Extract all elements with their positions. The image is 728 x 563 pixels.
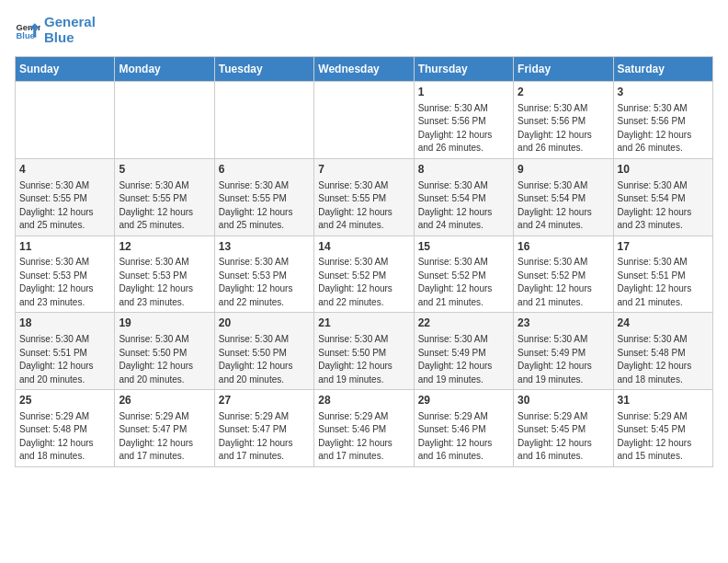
- day-number: 30: [518, 393, 609, 408]
- day-info: Sunrise: 5:29 AM Sunset: 5:48 PM Dayligh…: [19, 410, 110, 464]
- calendar-cell: 4Sunrise: 5:30 AM Sunset: 5:55 PM Daylig…: [16, 158, 115, 236]
- calendar-cell: 12Sunrise: 5:30 AM Sunset: 5:53 PM Dayli…: [115, 236, 214, 313]
- day-number: 19: [119, 316, 210, 331]
- calendar-cell: 14Sunrise: 5:30 AM Sunset: 5:52 PM Dayli…: [314, 236, 414, 313]
- logo-icon: General Blue: [15, 17, 40, 43]
- calendar-week-2: 4Sunrise: 5:30 AM Sunset: 5:55 PM Daylig…: [16, 158, 713, 236]
- day-info: Sunrise: 5:29 AM Sunset: 5:47 PM Dayligh…: [219, 410, 310, 464]
- weekday-header-friday: Friday: [514, 57, 613, 82]
- calendar-cell: 26Sunrise: 5:29 AM Sunset: 5:47 PM Dayli…: [115, 390, 214, 467]
- calendar-cell: 24Sunrise: 5:30 AM Sunset: 5:48 PM Dayli…: [613, 313, 712, 390]
- day-number: 8: [418, 162, 509, 178]
- calendar-cell: 16Sunrise: 5:30 AM Sunset: 5:52 PM Dayli…: [514, 236, 613, 313]
- day-info: Sunrise: 5:30 AM Sunset: 5:49 PM Dayligh…: [418, 333, 509, 386]
- day-info: Sunrise: 5:29 AM Sunset: 5:47 PM Dayligh…: [119, 410, 210, 464]
- weekday-header-tuesday: Tuesday: [214, 57, 313, 82]
- calendar-cell: 6Sunrise: 5:30 AM Sunset: 5:55 PM Daylig…: [214, 158, 313, 236]
- weekday-header-saturday: Saturday: [613, 57, 712, 82]
- day-number: 1: [418, 85, 509, 100]
- day-number: 18: [19, 316, 110, 331]
- calendar-cell: 3Sunrise: 5:30 AM Sunset: 5:56 PM Daylig…: [613, 82, 712, 159]
- day-info: Sunrise: 5:30 AM Sunset: 5:50 PM Dayligh…: [318, 333, 409, 386]
- day-info: Sunrise: 5:30 AM Sunset: 5:54 PM Dayligh…: [418, 179, 509, 233]
- day-info: Sunrise: 5:30 AM Sunset: 5:53 PM Dayligh…: [119, 256, 210, 309]
- day-info: Sunrise: 5:30 AM Sunset: 5:48 PM Dayligh…: [618, 333, 709, 386]
- day-number: 17: [618, 239, 709, 255]
- day-number: 21: [318, 316, 409, 331]
- day-info: Sunrise: 5:30 AM Sunset: 5:50 PM Dayligh…: [119, 333, 210, 386]
- day-info: Sunrise: 5:30 AM Sunset: 5:53 PM Dayligh…: [19, 256, 110, 309]
- day-info: Sunrise: 5:30 AM Sunset: 5:49 PM Dayligh…: [518, 333, 609, 386]
- day-info: Sunrise: 5:30 AM Sunset: 5:56 PM Dayligh…: [518, 102, 609, 155]
- calendar-cell: 13Sunrise: 5:30 AM Sunset: 5:53 PM Dayli…: [214, 236, 313, 313]
- calendar-cell: 15Sunrise: 5:30 AM Sunset: 5:52 PM Dayli…: [414, 236, 513, 313]
- calendar-cell: 18Sunrise: 5:30 AM Sunset: 5:51 PM Dayli…: [16, 313, 115, 390]
- calendar-week-1: 1Sunrise: 5:30 AM Sunset: 5:56 PM Daylig…: [16, 82, 713, 159]
- day-info: Sunrise: 5:30 AM Sunset: 5:55 PM Dayligh…: [19, 179, 110, 233]
- day-number: 9: [518, 162, 609, 178]
- calendar-cell: 19Sunrise: 5:30 AM Sunset: 5:50 PM Dayli…: [115, 313, 214, 390]
- day-info: Sunrise: 5:29 AM Sunset: 5:46 PM Dayligh…: [318, 410, 409, 464]
- calendar-cell: 29Sunrise: 5:29 AM Sunset: 5:46 PM Dayli…: [414, 390, 513, 467]
- calendar-cell: 23Sunrise: 5:30 AM Sunset: 5:49 PM Dayli…: [514, 313, 613, 390]
- day-number: 31: [618, 393, 709, 408]
- day-info: Sunrise: 5:29 AM Sunset: 5:46 PM Dayligh…: [418, 410, 509, 464]
- calendar-cell: [214, 82, 313, 159]
- day-number: 7: [318, 162, 409, 178]
- day-info: Sunrise: 5:30 AM Sunset: 5:51 PM Dayligh…: [618, 256, 709, 309]
- day-info: Sunrise: 5:30 AM Sunset: 5:56 PM Dayligh…: [618, 102, 709, 155]
- calendar-cell: 1Sunrise: 5:30 AM Sunset: 5:56 PM Daylig…: [414, 82, 513, 159]
- calendar-week-4: 18Sunrise: 5:30 AM Sunset: 5:51 PM Dayli…: [16, 313, 713, 390]
- calendar-cell: [314, 82, 414, 159]
- calendar-cell: [16, 82, 115, 159]
- day-number: 14: [318, 239, 409, 255]
- day-info: Sunrise: 5:29 AM Sunset: 5:45 PM Dayligh…: [518, 410, 609, 464]
- day-info: Sunrise: 5:30 AM Sunset: 5:54 PM Dayligh…: [518, 179, 609, 233]
- calendar-cell: 9Sunrise: 5:30 AM Sunset: 5:54 PM Daylig…: [514, 158, 613, 236]
- day-number: 11: [19, 239, 110, 255]
- day-number: 27: [219, 393, 310, 408]
- day-number: 15: [418, 239, 509, 255]
- day-number: 10: [618, 162, 709, 178]
- day-number: 28: [318, 393, 409, 408]
- day-info: Sunrise: 5:30 AM Sunset: 5:50 PM Dayligh…: [219, 333, 310, 386]
- calendar-cell: [115, 82, 214, 159]
- day-info: Sunrise: 5:30 AM Sunset: 5:56 PM Dayligh…: [418, 102, 509, 155]
- day-number: 12: [119, 239, 210, 255]
- day-number: 25: [19, 393, 110, 408]
- calendar-cell: 11Sunrise: 5:30 AM Sunset: 5:53 PM Dayli…: [16, 236, 115, 313]
- day-info: Sunrise: 5:30 AM Sunset: 5:51 PM Dayligh…: [19, 333, 110, 386]
- day-number: 13: [219, 239, 310, 255]
- day-number: 26: [119, 393, 210, 408]
- calendar-cell: 8Sunrise: 5:30 AM Sunset: 5:54 PM Daylig…: [414, 158, 513, 236]
- calendar-cell: 30Sunrise: 5:29 AM Sunset: 5:45 PM Dayli…: [514, 390, 613, 467]
- day-info: Sunrise: 5:30 AM Sunset: 5:55 PM Dayligh…: [219, 179, 310, 233]
- day-info: Sunrise: 5:30 AM Sunset: 5:52 PM Dayligh…: [318, 256, 409, 309]
- weekday-header-monday: Monday: [115, 57, 214, 82]
- day-number: 24: [618, 316, 709, 331]
- day-number: 20: [219, 316, 310, 331]
- calendar-cell: 25Sunrise: 5:29 AM Sunset: 5:48 PM Dayli…: [16, 390, 115, 467]
- day-info: Sunrise: 5:30 AM Sunset: 5:52 PM Dayligh…: [518, 256, 609, 309]
- weekday-header-wednesday: Wednesday: [314, 57, 414, 82]
- svg-text:Blue: Blue: [17, 31, 35, 40]
- calendar-cell: 31Sunrise: 5:29 AM Sunset: 5:45 PM Dayli…: [613, 390, 712, 467]
- day-info: Sunrise: 5:30 AM Sunset: 5:55 PM Dayligh…: [119, 179, 210, 233]
- logo: General Blue General Blue: [15, 15, 96, 45]
- calendar-cell: 10Sunrise: 5:30 AM Sunset: 5:54 PM Dayli…: [613, 158, 712, 236]
- day-info: Sunrise: 5:30 AM Sunset: 5:55 PM Dayligh…: [318, 179, 409, 233]
- day-info: Sunrise: 5:29 AM Sunset: 5:45 PM Dayligh…: [618, 410, 709, 464]
- logo-text: General Blue: [44, 15, 96, 45]
- calendar-cell: 5Sunrise: 5:30 AM Sunset: 5:55 PM Daylig…: [115, 158, 214, 236]
- day-number: 3: [618, 85, 709, 100]
- day-number: 16: [518, 239, 609, 255]
- weekday-header-thursday: Thursday: [414, 57, 513, 82]
- calendar-cell: 27Sunrise: 5:29 AM Sunset: 5:47 PM Dayli…: [214, 390, 313, 467]
- weekday-header-row: SundayMondayTuesdayWednesdayThursdayFrid…: [16, 57, 713, 82]
- day-number: 4: [19, 162, 110, 178]
- calendar-cell: 2Sunrise: 5:30 AM Sunset: 5:56 PM Daylig…: [514, 82, 613, 159]
- calendar-cell: 28Sunrise: 5:29 AM Sunset: 5:46 PM Dayli…: [314, 390, 414, 467]
- day-info: Sunrise: 5:30 AM Sunset: 5:53 PM Dayligh…: [219, 256, 310, 309]
- day-number: 29: [418, 393, 509, 408]
- calendar-cell: 21Sunrise: 5:30 AM Sunset: 5:50 PM Dayli…: [314, 313, 414, 390]
